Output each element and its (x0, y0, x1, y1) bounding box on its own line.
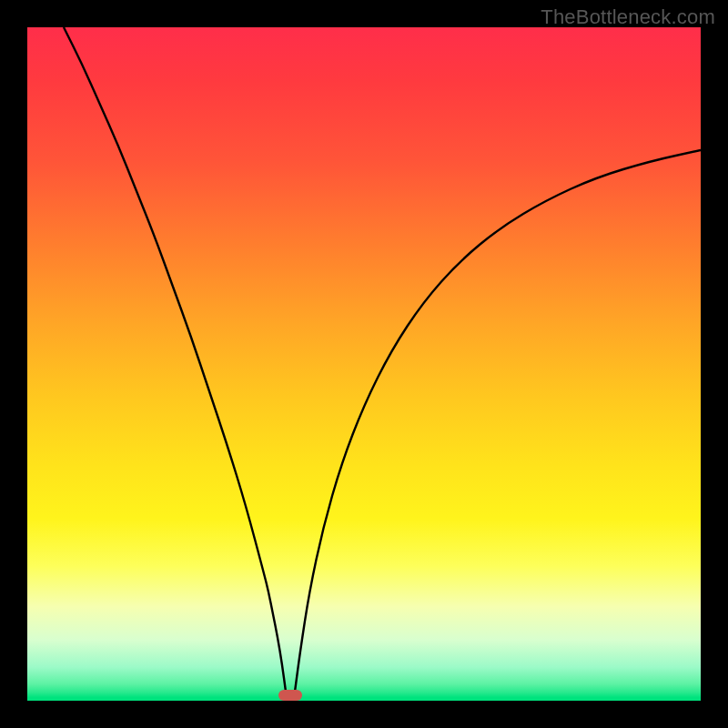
curve-right-branch (295, 150, 701, 692)
chart-frame: TheBottleneck.com (0, 0, 728, 728)
curve-left-branch (64, 27, 286, 692)
plot-area (27, 27, 701, 701)
watermark-text: TheBottleneck.com (541, 5, 715, 29)
optimal-point-marker (278, 690, 302, 701)
bottleneck-curve (27, 27, 701, 701)
